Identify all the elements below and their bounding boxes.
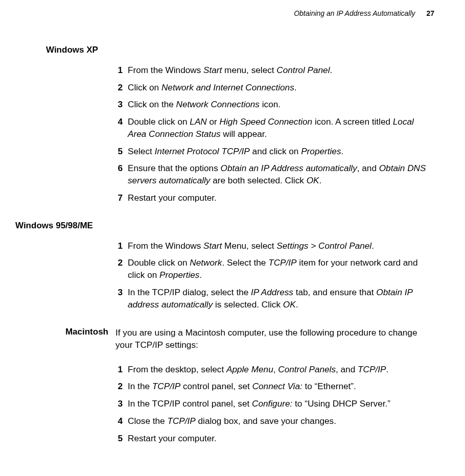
- instr-list-mac: 1From the desktop, select Apple Menu, Co…: [112, 364, 434, 445]
- instruction-item: 1From the desktop, select Apple Menu, Co…: [112, 364, 434, 376]
- step-number: 3: [112, 398, 123, 410]
- instruction-item: 2In the TCP/IP control panel, set Connec…: [112, 380, 434, 393]
- running-header: Obtaining an IP Address Automatically 27: [294, 9, 434, 17]
- step-text: From the Windows Start Menu, select Sett…: [128, 240, 434, 252]
- step-text: Restart your computer.: [128, 433, 434, 445]
- instruction-item: 3Click on the Network Connections icon.: [112, 99, 434, 111]
- step-number: 1: [112, 64, 123, 77]
- instruction-item: 3In the TCP/IP control panel, set Config…: [112, 398, 434, 410]
- step-number: 6: [112, 162, 123, 186]
- instr-list-win9x: 1From the Windows Start Menu, select Set…: [112, 240, 434, 311]
- step-text: Select Internet Protocol TCP/IP and clic…: [128, 146, 434, 158]
- step-number: 3: [112, 99, 123, 111]
- step-number: 4: [112, 415, 123, 427]
- step-number: 4: [112, 116, 123, 140]
- step-text: Restart your computer.: [128, 192, 434, 204]
- step-text: In the TCP/IP control panel, set Configu…: [128, 398, 434, 410]
- instruction-item: 2Click on Network and Internet Connectio…: [112, 82, 434, 94]
- step-text: Close the TCP/IP dialog box, and save yo…: [128, 415, 434, 427]
- page-content: Windows XP 1From the Windows Start menu,…: [15, 45, 434, 461]
- instruction-item: 1From the Windows Start menu, select Con…: [112, 64, 434, 77]
- step-number: 2: [112, 380, 123, 393]
- instruction-item: 4Double click on LAN or High Speed Conne…: [112, 116, 434, 140]
- section-label-winxp: Windows XP: [46, 45, 434, 55]
- step-number: 2: [112, 257, 123, 281]
- step-number: 1: [112, 240, 123, 252]
- step-number: 7: [112, 192, 123, 204]
- step-text: From the desktop, select Apple Menu, Con…: [128, 364, 434, 376]
- page-number: 27: [426, 9, 434, 17]
- step-text: In the TCP/IP control panel, set Connect…: [128, 380, 434, 393]
- section-label-mac: Macintosh: [15, 327, 115, 337]
- mac-intro-row: Macintosh If you are using a Macintosh c…: [15, 327, 434, 351]
- step-text: Click on the Network Connections icon.: [128, 99, 434, 111]
- instruction-item: 3In the TCP/IP dialog, select the IP Add…: [112, 287, 434, 311]
- step-text: Click on Network and Internet Connection…: [128, 82, 434, 94]
- step-number: 1: [112, 364, 123, 376]
- section-label-win9x: Windows 95/98/ME: [15, 221, 434, 231]
- instruction-item: 5Select Internet Protocol TCP/IP and cli…: [112, 146, 434, 158]
- instruction-item: 1From the Windows Start Menu, select Set…: [112, 240, 434, 252]
- step-number: 2: [112, 82, 123, 94]
- step-text: In the TCP/IP dialog, select the IP Addr…: [128, 287, 434, 311]
- instruction-item: 5Restart your computer.: [112, 433, 434, 445]
- step-number: 5: [112, 433, 123, 445]
- step-text: From the Windows Start menu, select Cont…: [128, 64, 434, 77]
- step-text: Ensure that the options Obtain an IP Add…: [128, 162, 434, 186]
- header-title: Obtaining an IP Address Automatically: [294, 9, 415, 17]
- step-number: 3: [112, 287, 123, 311]
- step-text: Double click on Network. Select the TCP/…: [128, 257, 434, 281]
- instr-list-winxp: 1From the Windows Start menu, select Con…: [112, 64, 434, 204]
- instruction-item: 7Restart your computer.: [112, 192, 434, 204]
- mac-intro-text: If you are using a Macintosh computer, u…: [115, 327, 434, 351]
- instruction-item: 4Close the TCP/IP dialog box, and save y…: [112, 415, 434, 427]
- step-number: 5: [112, 146, 123, 158]
- instruction-item: 6Ensure that the options Obtain an IP Ad…: [112, 162, 434, 186]
- step-text: Double click on LAN or High Speed Connec…: [128, 116, 434, 140]
- instruction-item: 2Double click on Network. Select the TCP…: [112, 257, 434, 281]
